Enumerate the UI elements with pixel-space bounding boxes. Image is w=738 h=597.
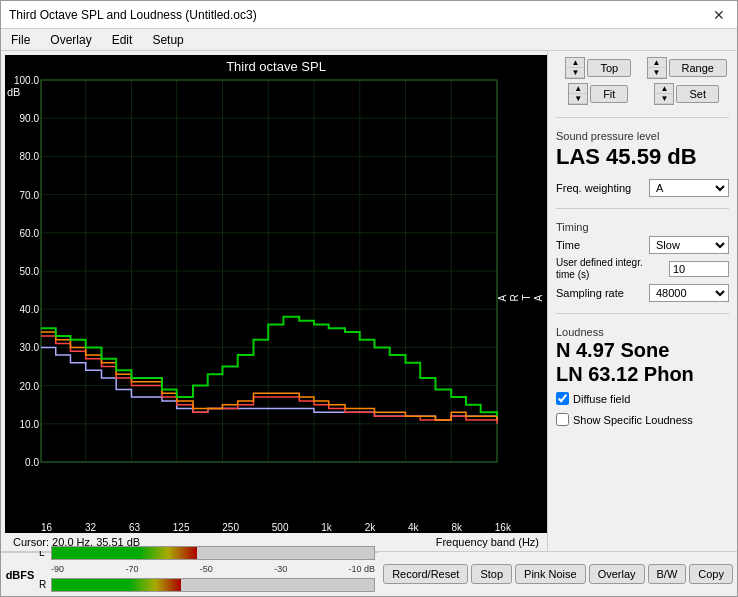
menu-file[interactable]: File bbox=[5, 32, 36, 48]
fit-spinner: ▲ ▼ Fit bbox=[568, 83, 628, 105]
scale-minus50: -50 bbox=[200, 564, 213, 574]
time-label: Time bbox=[556, 239, 580, 251]
x-label-500: 500 bbox=[272, 522, 289, 533]
set-spinner-buttons: ▲ ▼ bbox=[654, 83, 674, 105]
copy-button[interactable]: Copy bbox=[689, 564, 733, 584]
range-control-group: ▲ ▼ Range bbox=[645, 57, 730, 79]
bw-button[interactable]: B/W bbox=[648, 564, 687, 584]
x-label-8k: 8k bbox=[451, 522, 462, 533]
meter-row-R: R bbox=[39, 576, 375, 594]
scale-minus10: -10 dB bbox=[349, 564, 376, 574]
set-control-group: ▲ ▼ Set bbox=[645, 83, 730, 105]
x-label-4k: 4k bbox=[408, 522, 419, 533]
user-integr-row: User defined integr. time (s) bbox=[556, 257, 729, 281]
freq-weighting-select[interactable]: A B C Z bbox=[649, 179, 729, 197]
top-range-controls: ▲ ▼ Top ▲ ▼ Range bbox=[556, 57, 729, 105]
arta-watermark: ARTA bbox=[497, 294, 545, 301]
fit-button[interactable]: Fit bbox=[590, 85, 628, 103]
spl-section: Sound pressure level LAS 45.59 dB bbox=[556, 126, 729, 172]
chart-title: Third octave SPL bbox=[5, 55, 547, 76]
chart-container: ARTA dB bbox=[5, 76, 547, 520]
time-select[interactable]: Slow Fast Impulse bbox=[649, 236, 729, 254]
action-buttons: Record/Reset Stop Pink Noise Overlay B/W… bbox=[379, 552, 737, 596]
stop-button[interactable]: Stop bbox=[471, 564, 512, 584]
timing-section-label: Timing bbox=[556, 221, 729, 233]
diffuse-field-label: Diffuse field bbox=[573, 393, 630, 405]
sampling-rate-label: Sampling rate bbox=[556, 287, 624, 299]
chart-area: Third octave SPL ARTA dB 16 32 63 125 25… bbox=[5, 55, 547, 551]
overlay-button[interactable]: Overlay bbox=[589, 564, 645, 584]
bottom-bar: dBFS L -90 -70 -50 -30 -10 dB R bbox=[1, 551, 737, 596]
meter-L-bar bbox=[51, 546, 375, 560]
top-up-button[interactable]: ▲ bbox=[566, 58, 584, 68]
range-spinner-buttons: ▲ ▼ bbox=[647, 57, 667, 79]
menu-setup[interactable]: Setup bbox=[146, 32, 189, 48]
loudness-section: Loudness N 4.97 Sone LN 63.12 Phon bbox=[556, 322, 729, 386]
main-content: Third octave SPL ARTA dB 16 32 63 125 25… bbox=[1, 51, 737, 551]
show-specific-label: Show Specific Loudness bbox=[573, 414, 693, 426]
x-label-63: 63 bbox=[129, 522, 140, 533]
user-integr-input[interactable] bbox=[669, 261, 729, 277]
pink-noise-button[interactable]: Pink Noise bbox=[515, 564, 586, 584]
divider-1 bbox=[556, 117, 729, 118]
meter-L-fill bbox=[52, 547, 197, 559]
meter-R-label: R bbox=[39, 579, 49, 590]
fit-down-button[interactable]: ▼ bbox=[569, 94, 587, 104]
fit-up-button[interactable]: ▲ bbox=[569, 84, 587, 94]
set-up-button[interactable]: ▲ bbox=[655, 84, 673, 94]
freq-band-label: Frequency band (Hz) bbox=[436, 536, 539, 548]
scale-minus30: -30 bbox=[274, 564, 287, 574]
divider-3 bbox=[556, 313, 729, 314]
menu-edit[interactable]: Edit bbox=[106, 32, 139, 48]
loudness-section-label: Loudness bbox=[556, 326, 729, 338]
x-label-1k: 1k bbox=[321, 522, 332, 533]
menu-overlay[interactable]: Overlay bbox=[44, 32, 97, 48]
x-label-125: 125 bbox=[173, 522, 190, 533]
fit-spinner-buttons: ▲ ▼ bbox=[568, 83, 588, 105]
x-label-32: 32 bbox=[85, 522, 96, 533]
divider-2 bbox=[556, 208, 729, 209]
menu-bar: File Overlay Edit Setup bbox=[1, 29, 737, 51]
set-down-button[interactable]: ▼ bbox=[655, 94, 673, 104]
meter-row-L: L bbox=[39, 544, 375, 562]
x-label-250: 250 bbox=[222, 522, 239, 533]
show-specific-checkbox[interactable] bbox=[556, 413, 569, 426]
top-button[interactable]: Top bbox=[587, 59, 631, 77]
meter-scale-top: -90 -70 -50 -30 -10 dB bbox=[39, 564, 375, 574]
main-window: Third Octave SPL and Loudness (Untitled.… bbox=[0, 0, 738, 597]
spl-value: LAS 45.59 dB bbox=[556, 144, 729, 170]
diffuse-field-row: Diffuse field bbox=[556, 392, 729, 405]
timing-section: Timing Time Slow Fast Impulse User defin… bbox=[556, 217, 729, 305]
freq-weighting-row: Freq. weighting A B C Z bbox=[556, 179, 729, 197]
range-spinner: ▲ ▼ Range bbox=[647, 57, 727, 79]
scale-minus70: -70 bbox=[125, 564, 138, 574]
dbfs-bar: dBFS L -90 -70 -50 -30 -10 dB R bbox=[1, 552, 379, 596]
set-button[interactable]: Set bbox=[676, 85, 719, 103]
right-panel: ▲ ▼ Top ▲ ▼ Range bbox=[547, 51, 737, 551]
title-bar: Third Octave SPL and Loudness (Untitled.… bbox=[1, 1, 737, 29]
freq-weighting-label: Freq. weighting bbox=[556, 182, 631, 194]
diffuse-field-checkbox[interactable] bbox=[556, 392, 569, 405]
dbfs-label: dBFS bbox=[5, 569, 35, 581]
range-up-button[interactable]: ▲ bbox=[648, 58, 666, 68]
scale-minus90: -90 bbox=[51, 564, 64, 574]
top-down-button[interactable]: ▼ bbox=[566, 68, 584, 78]
spl-section-label: Sound pressure level bbox=[556, 130, 729, 142]
meter-R-bar bbox=[51, 578, 375, 592]
fit-control-group: ▲ ▼ Fit bbox=[556, 83, 641, 105]
range-button[interactable]: Range bbox=[669, 59, 727, 77]
record-reset-button[interactable]: Record/Reset bbox=[383, 564, 468, 584]
x-label-2k: 2k bbox=[365, 522, 376, 533]
meter-R-fill bbox=[52, 579, 181, 591]
time-row: Time Slow Fast Impulse bbox=[556, 236, 729, 254]
sampling-rate-select[interactable]: 48000 44100 96000 bbox=[649, 284, 729, 302]
window-title: Third Octave SPL and Loudness (Untitled.… bbox=[9, 8, 257, 22]
y-axis-label: dB bbox=[7, 86, 20, 98]
loudness-ln-value: LN 63.12 Phon bbox=[556, 362, 729, 386]
set-spinner: ▲ ▼ Set bbox=[654, 83, 719, 105]
close-button[interactable]: ✕ bbox=[709, 5, 729, 25]
x-axis-labels: 16 32 63 125 250 500 1k 2k 4k 8k 16k bbox=[5, 520, 547, 533]
range-down-button[interactable]: ▼ bbox=[648, 68, 666, 78]
loudness-n-value: N 4.97 Sone bbox=[556, 338, 729, 362]
x-label-16k: 16k bbox=[495, 522, 511, 533]
